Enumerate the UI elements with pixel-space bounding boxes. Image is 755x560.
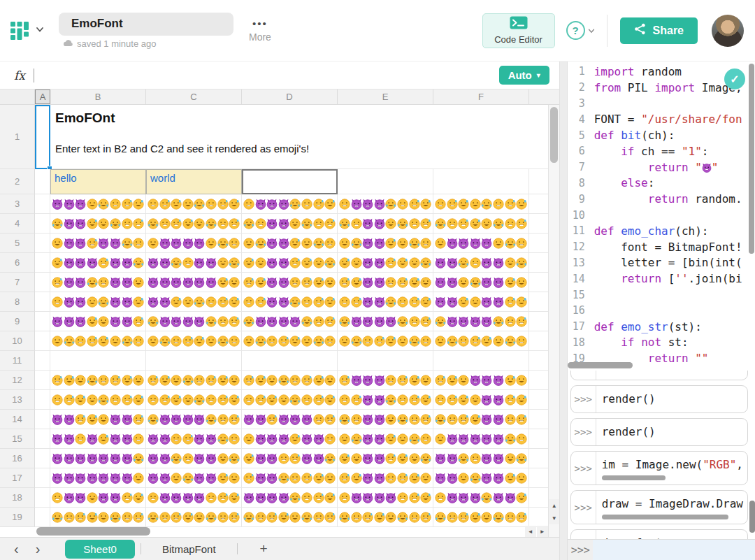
cell-F14[interactable]	[433, 410, 529, 429]
code-line[interactable]: 7 return ""	[568, 159, 755, 175]
cell-B12[interactable]	[50, 371, 146, 390]
cell-F5[interactable]	[433, 234, 529, 253]
sheet-horizontal-scrollbar[interactable]: ◄ ►	[35, 526, 548, 537]
cell-E2[interactable]	[338, 169, 433, 194]
column-header-F[interactable]: F	[433, 89, 529, 104]
cell-C11[interactable]	[146, 351, 242, 371]
app-logo-icon[interactable]	[10, 21, 29, 41]
cell-D16[interactable]	[242, 449, 338, 468]
cell-D17[interactable]	[242, 468, 338, 488]
row-header-11[interactable]: 11	[0, 351, 35, 371]
cell-A7[interactable]	[35, 273, 50, 292]
cell-D10[interactable]	[242, 331, 338, 351]
row-header-12[interactable]: 12	[0, 371, 35, 390]
row-header-3[interactable]: 3	[0, 194, 35, 214]
cell-E11[interactable]	[338, 351, 433, 371]
editor-vscroll-thumb[interactable]	[749, 64, 754, 254]
more-button[interactable]: ••• More	[249, 19, 271, 43]
cell-C17[interactable]	[146, 468, 242, 488]
cell-B9[interactable]	[50, 312, 146, 331]
console-card[interactable]: >>>draw = ImageDraw.Draw	[570, 490, 748, 524]
cell-F18[interactable]	[433, 488, 529, 508]
cell-E9[interactable]	[338, 312, 433, 331]
console-card[interactable]	[570, 371, 748, 380]
cell-D13[interactable]	[242, 390, 338, 410]
cell-A11[interactable]	[35, 351, 50, 371]
cell-D7[interactable]	[242, 273, 338, 292]
cell-F15[interactable]	[433, 429, 529, 449]
row-header-9[interactable]: 9	[0, 312, 35, 331]
cell-C7[interactable]	[146, 273, 242, 292]
cell-D6[interactable]	[242, 253, 338, 273]
row-header-6[interactable]: 6	[0, 253, 35, 273]
row-header-7[interactable]: 7	[0, 273, 35, 292]
tab-bitmapfont[interactable]: BitmapFont	[162, 543, 216, 555]
selected-cell-A1[interactable]	[35, 105, 50, 169]
cell-C8[interactable]	[146, 292, 242, 312]
cell-F4[interactable]	[433, 214, 529, 234]
cell-C18[interactable]	[146, 488, 242, 508]
column-header-B[interactable]: B	[50, 89, 146, 104]
cell-E19[interactable]	[338, 508, 433, 527]
tabs-prev-button[interactable]: ‹	[14, 542, 19, 556]
cell-E7[interactable]	[338, 273, 433, 292]
cell-B19[interactable]	[50, 508, 146, 527]
cell-D12[interactable]	[242, 371, 338, 390]
code-line[interactable]: 9 return random.	[568, 191, 755, 207]
cell-A12[interactable]	[35, 371, 50, 390]
cell-A4[interactable]	[35, 214, 50, 234]
cell-C4[interactable]	[146, 214, 242, 234]
cell-F13[interactable]	[433, 390, 529, 410]
code-line[interactable]: 5def bit(ch):	[568, 127, 755, 143]
cell-A16[interactable]	[35, 449, 50, 468]
column-header-E[interactable]: E	[338, 89, 433, 104]
cell-E10[interactable]	[338, 331, 433, 351]
row-header-8[interactable]: 8	[0, 292, 35, 312]
cell-C5[interactable]	[146, 234, 242, 253]
cell-B18[interactable]	[50, 488, 146, 508]
cell-A18[interactable]	[35, 488, 50, 508]
code-line[interactable]: 17def emo_str(st):	[568, 319, 755, 335]
code-line[interactable]: 14 return [''.join(bi	[568, 271, 755, 287]
user-avatar[interactable]	[712, 15, 744, 47]
row-header-16[interactable]: 16	[0, 449, 35, 468]
cell-F16[interactable]	[433, 449, 529, 468]
cell-E6[interactable]	[338, 253, 433, 273]
cell-E14[interactable]	[338, 410, 433, 429]
sheet-hscroll-thumb[interactable]	[36, 527, 150, 536]
cell-C13[interactable]	[146, 390, 242, 410]
workspace-chevron-down-icon[interactable]	[35, 24, 45, 37]
cell-D5[interactable]	[242, 234, 338, 253]
cell-C3[interactable]	[146, 194, 242, 214]
cell-C2[interactable]: world	[146, 169, 242, 194]
console-vscroll-thumb[interactable]	[749, 501, 755, 533]
console-input[interactable]	[593, 540, 755, 560]
tab-sheet0[interactable]: Sheet0	[65, 540, 135, 559]
cell-A14[interactable]	[35, 410, 50, 429]
cell-B15[interactable]	[50, 429, 146, 449]
cell-D18[interactable]	[242, 488, 338, 508]
cell-F12[interactable]	[433, 371, 529, 390]
cell-B13[interactable]	[50, 390, 146, 410]
cell-C12[interactable]	[146, 371, 242, 390]
cell-C10[interactable]	[146, 331, 242, 351]
row-header-4[interactable]: 4	[0, 214, 35, 234]
cell-B7[interactable]	[50, 273, 146, 292]
code-editor-button[interactable]: Code Editor	[482, 13, 555, 48]
cell-A3[interactable]	[35, 194, 50, 214]
cell-A5[interactable]	[35, 234, 50, 253]
cell-F2[interactable]	[433, 169, 529, 194]
sheet-vscroll-thumb[interactable]	[550, 107, 558, 163]
code-line[interactable]: 10	[568, 207, 755, 223]
cell-B10[interactable]	[50, 331, 146, 351]
console-card[interactable]: >>>draw.font	[570, 529, 748, 539]
row-header-13[interactable]: 13	[0, 390, 35, 410]
cell-D19[interactable]	[242, 508, 338, 527]
row-header-15[interactable]: 15	[0, 429, 35, 449]
code-line[interactable]: 15	[568, 287, 755, 303]
add-sheet-button[interactable]: +	[260, 541, 268, 557]
editor-hscroll-thumb[interactable]	[568, 362, 633, 368]
scroll-left-button[interactable]: ◄	[525, 526, 536, 537]
card-hscroll-thumb[interactable]	[602, 475, 666, 480]
cell-B2[interactable]: hello	[50, 169, 146, 194]
